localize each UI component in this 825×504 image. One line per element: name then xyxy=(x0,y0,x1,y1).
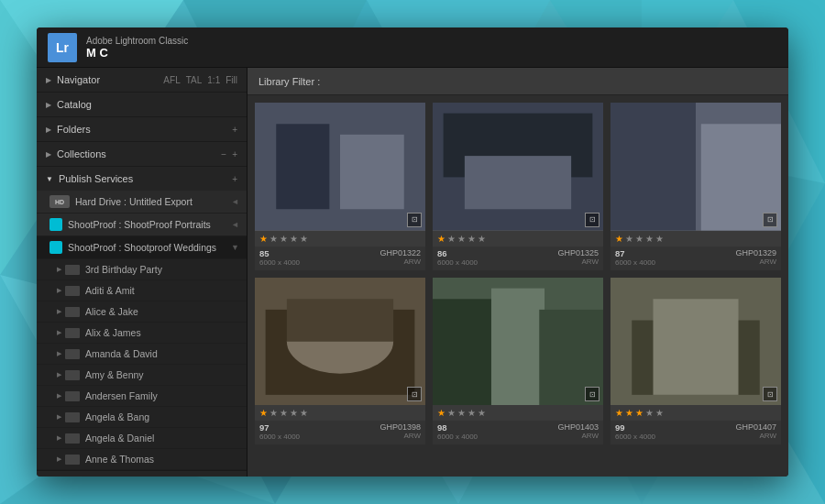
star-1-1[interactable]: ★ xyxy=(447,234,456,244)
star-3-4[interactable]: ★ xyxy=(300,408,308,418)
sub-item-icon-3 xyxy=(65,328,80,338)
star-0-2[interactable]: ★ xyxy=(280,234,288,244)
sub-item-triangle-7: ▶ xyxy=(57,413,61,421)
star-3-3[interactable]: ★ xyxy=(290,408,298,418)
publish-services-header[interactable]: ▼ Publish Services + xyxy=(37,167,247,191)
star-1-0[interactable]: ★ xyxy=(437,234,446,244)
photo-badge-3: ⊡ xyxy=(407,387,422,401)
navigator-header[interactable]: ▶ Navigator AFL TAL 1:1 Fill xyxy=(37,68,247,92)
star-3-0[interactable]: ★ xyxy=(259,408,268,418)
publish-item-hard-drive[interactable]: HD Hard Drive : Untitled Export ◄ xyxy=(37,191,247,214)
publish-item-shootproof-portraits[interactable]: ShootProof : ShootProof Portraits ◄ xyxy=(37,214,247,236)
star-0-4[interactable]: ★ xyxy=(300,234,308,244)
star-5-1[interactable]: ★ xyxy=(625,408,633,418)
sub-item-triangle-0: ▶ xyxy=(57,266,61,273)
sub-item-triangle-5: ▶ xyxy=(57,371,61,378)
star-0-3[interactable]: ★ xyxy=(290,234,298,244)
collections-header[interactable]: ▶ Collections − + xyxy=(37,142,247,166)
photo-id-4: GHP01403 xyxy=(557,422,599,432)
photo-cell-2[interactable]: ⊡★★★★★876000 x 4000GHP01329ARW xyxy=(610,103,781,270)
star-4-2[interactable]: ★ xyxy=(457,408,466,418)
folders-section: ▶ Folders + xyxy=(37,117,247,142)
sub-item-6[interactable]: ▶ Andersen Family xyxy=(37,386,247,407)
photo-dim-2: 6000 x 4000 xyxy=(615,258,655,267)
sub-item-8[interactable]: ▶ Angela & Daniel xyxy=(37,428,247,449)
sub-item-4[interactable]: ▶ Amanda & David xyxy=(37,344,247,365)
photo-num-1: 86 xyxy=(437,248,478,258)
star-0-0[interactable]: ★ xyxy=(259,234,268,244)
photo-rating-5[interactable]: ★★★★★ xyxy=(610,405,781,421)
sub-item-label-4: Amanda & David xyxy=(85,348,158,359)
sub-item-1[interactable]: ▶ Aditi & Amit xyxy=(37,280,247,301)
photo-id-1: GHP01325 xyxy=(557,248,599,257)
sub-item-7[interactable]: ▶ Angela & Bang xyxy=(37,407,247,428)
sub-item-triangle-8: ▶ xyxy=(57,434,61,442)
star-0-1[interactable]: ★ xyxy=(270,234,278,244)
star-1-3[interactable]: ★ xyxy=(468,234,476,244)
photo-thumb-5: ⊡ xyxy=(610,278,781,406)
shootproof-weddings-icon xyxy=(50,241,62,254)
star-3-1[interactable]: ★ xyxy=(270,408,278,418)
photo-cell-3[interactable]: ⊡★★★★★976000 x 4000GHP01398ARW xyxy=(255,278,425,445)
star-2-3[interactable]: ★ xyxy=(645,234,654,244)
folders-header[interactable]: ▶ Folders + xyxy=(37,117,247,141)
sub-item-icon-5 xyxy=(65,370,80,380)
catalog-section: ▶ Catalog xyxy=(37,93,247,117)
publish-item-shootproof-weddings[interactable]: ShootProof : Shootproof Weddings ▼ xyxy=(37,236,247,259)
photo-num-5: 99 xyxy=(615,422,655,433)
photo-dim-5: 6000 x 4000 xyxy=(615,433,655,441)
title-bar: Lr Adobe Lightroom Classic M C xyxy=(37,27,788,68)
collections-plus[interactable]: + xyxy=(232,149,237,159)
sub-item-triangle-9: ▶ xyxy=(57,455,61,463)
sub-item-5[interactable]: ▶ Amy & Benny xyxy=(37,365,247,386)
publish-services-triangle: ▼ xyxy=(46,175,53,183)
photo-ext-1: ARW xyxy=(581,257,599,266)
folders-plus[interactable]: + xyxy=(232,125,237,135)
sub-item-9[interactable]: ▶ Anne & Thomas xyxy=(37,449,247,470)
photo-num-4: 98 xyxy=(437,422,478,433)
shootproof-weddings-label: ShootProof : Shootproof Weddings xyxy=(68,242,227,253)
star-3-2[interactable]: ★ xyxy=(280,408,288,418)
star-5-2[interactable]: ★ xyxy=(635,408,644,418)
photo-id-2: GHP01329 xyxy=(735,248,776,257)
shootproof-portraits-arrow: ◄ xyxy=(231,220,239,229)
catalog-header[interactable]: ▶ Catalog xyxy=(37,93,247,116)
sub-item-0[interactable]: ▶ 3rd Birthday Party xyxy=(37,259,247,280)
star-4-3[interactable]: ★ xyxy=(468,408,476,418)
star-2-2[interactable]: ★ xyxy=(635,234,644,244)
photo-cell-0[interactable]: ⊡★★★★★856000 x 4000GHP01322ARW xyxy=(255,103,425,270)
publish-services-plus[interactable]: + xyxy=(232,174,237,184)
photo-rating-1[interactable]: ★★★★★ xyxy=(433,231,603,247)
photo-cell-5[interactable]: ⊡★★★★★996000 x 4000GHP01407ARW xyxy=(610,278,781,445)
sub-item-triangle-3: ▶ xyxy=(57,329,61,336)
star-4-4[interactable]: ★ xyxy=(478,408,486,418)
photo-ext-2: ARW xyxy=(759,257,776,266)
star-2-4[interactable]: ★ xyxy=(655,234,664,244)
photo-ext-4: ARW xyxy=(581,432,599,440)
star-4-1[interactable]: ★ xyxy=(447,408,456,418)
photo-cell-1[interactable]: ⊡★★★★★866000 x 4000GHP01325ARW xyxy=(433,103,603,270)
catalog-triangle: ▶ xyxy=(46,101,51,109)
star-1-2[interactable]: ★ xyxy=(457,234,466,244)
photo-rating-0[interactable]: ★★★★★ xyxy=(255,231,425,247)
photo-rating-2[interactable]: ★★★★★ xyxy=(610,231,781,247)
star-2-0[interactable]: ★ xyxy=(615,234,623,244)
photo-id-3: GHP01398 xyxy=(380,422,421,432)
star-5-3[interactable]: ★ xyxy=(645,408,654,418)
photo-rating-4[interactable]: ★★★★★ xyxy=(433,405,603,421)
photo-num-3: 97 xyxy=(259,422,300,433)
sidebar: ▶ Navigator AFL TAL 1:1 Fill ▶ C xyxy=(37,68,248,477)
photo-cell-4[interactable]: ⊡★★★★★986000 x 4000GHP01403ARW xyxy=(433,278,603,445)
star-1-4[interactable]: ★ xyxy=(478,234,486,244)
star-5-4[interactable]: ★ xyxy=(655,408,664,418)
photo-thumb-2: ⊡ xyxy=(610,103,781,231)
sub-item-3[interactable]: ▶ Alix & James xyxy=(37,323,247,344)
publish-services-section: ▼ Publish Services + HD Hard Drive : Unt… xyxy=(37,167,247,471)
photo-rating-3[interactable]: ★★★★★ xyxy=(255,405,425,421)
sub-item-2[interactable]: ▶ Alice & Jake xyxy=(37,301,247,323)
star-2-1[interactable]: ★ xyxy=(625,234,633,244)
star-4-0[interactable]: ★ xyxy=(437,408,446,418)
collections-minus[interactable]: − xyxy=(221,149,226,159)
navigator-section: ▶ Navigator AFL TAL 1:1 Fill xyxy=(37,68,247,93)
star-5-0[interactable]: ★ xyxy=(615,408,623,418)
